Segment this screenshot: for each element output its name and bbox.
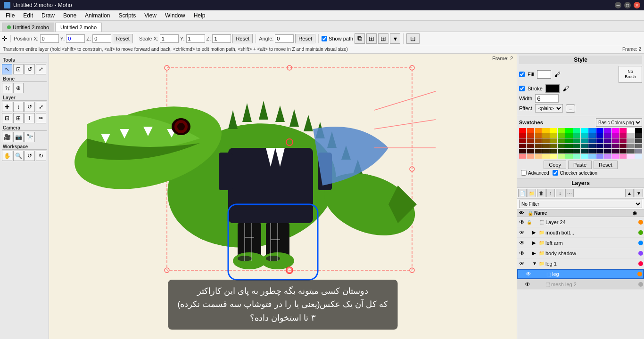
showpath-checkbox[interactable]: [322, 36, 327, 41]
color-cell-12[interactable]: [612, 128, 619, 133]
lock-icon-leg[interactable]: [532, 271, 539, 277]
color-cell-22[interactable]: [565, 133, 572, 138]
color-cell-95[interactable]: [635, 154, 642, 159]
color-cell-21[interactable]: [558, 133, 565, 138]
width-input[interactable]: [535, 94, 559, 103]
layer-down-button[interactable]: ↓: [556, 189, 564, 197]
color-cell-20[interactable]: [550, 133, 557, 138]
expand-bodyshadow[interactable]: ▶: [532, 250, 538, 256]
color-cell-36[interactable]: [550, 138, 557, 143]
color-cell-30[interactable]: [627, 133, 634, 138]
color-cell-80[interactable]: [519, 154, 526, 159]
color-cell-25[interactable]: [588, 133, 595, 138]
color-cell-42[interactable]: [596, 138, 603, 143]
z-input[interactable]: [92, 34, 111, 43]
paste-icon-button[interactable]: ⊞: [366, 33, 377, 44]
menu-animation[interactable]: Animation: [81, 11, 114, 20]
eye-icon-leg[interactable]: 👁: [525, 270, 532, 278]
color-cell-65[interactable]: [527, 149, 534, 153]
layer-scroll-up[interactable]: ▲: [625, 189, 634, 197]
color-cell-15[interactable]: [635, 128, 642, 133]
color-cell-88[interactable]: [581, 154, 588, 159]
color-cell-16[interactable]: [519, 133, 526, 138]
layer-move-tool[interactable]: ↕: [13, 102, 24, 112]
layer-delete-button[interactable]: 🗑: [537, 189, 545, 197]
color-cell-26[interactable]: [596, 133, 603, 138]
lock-icon-leftarm[interactable]: [526, 240, 532, 246]
color-cell-94[interactable]: [627, 154, 634, 159]
effect-select[interactable]: <plain>: [535, 104, 563, 113]
layer-row-bodyshadow[interactable]: 👁 ▶ 📁 body shadow: [517, 248, 644, 258]
redo-tool[interactable]: ↻: [36, 151, 46, 161]
menu-view[interactable]: View: [140, 11, 160, 20]
pan-tool[interactable]: ✋: [2, 151, 12, 161]
color-cell-33[interactable]: [527, 138, 534, 143]
color-cell-61[interactable]: [619, 144, 627, 148]
effect-more-button[interactable]: ...: [566, 105, 575, 113]
color-cell-51[interactable]: [542, 144, 549, 148]
color-cell-2[interactable]: [535, 128, 542, 133]
sx-input[interactable]: [160, 34, 179, 43]
color-cell-73[interactable]: [588, 149, 595, 153]
expand-leftarm[interactable]: ▶: [532, 240, 538, 245]
reset2-button[interactable]: Reset: [232, 34, 253, 43]
menu-edit[interactable]: Edit: [19, 11, 37, 20]
layer-new-button[interactable]: 📄: [518, 189, 527, 197]
color-cell-35[interactable]: [542, 138, 549, 143]
menu-scripts[interactable]: Scripts: [115, 11, 140, 20]
color-cell-75[interactable]: [604, 149, 611, 153]
layer-row-leg1[interactable]: 👁 ▼ 📁 leg 1: [517, 258, 644, 269]
color-cell-28[interactable]: [612, 133, 619, 138]
color-cell-40[interactable]: [581, 138, 588, 143]
lock-icon-layer24[interactable]: 🔒: [526, 219, 532, 226]
color-cell-78[interactable]: [627, 149, 634, 153]
color-cell-72[interactable]: [581, 149, 588, 153]
color-cell-34[interactable]: [535, 138, 542, 143]
menu-draw[interactable]: Draw: [38, 11, 58, 20]
layer-row-leftarm[interactable]: 👁 ▶ 📁 left arm: [517, 238, 644, 248]
layer-row-layer24[interactable]: 👁 🔒 ⬚ Layer 24: [517, 217, 644, 227]
color-cell-71[interactable]: [573, 149, 580, 153]
color-cell-27[interactable]: [604, 133, 611, 138]
color-cell-91[interactable]: [604, 154, 611, 159]
menu-file[interactable]: File: [2, 11, 18, 20]
color-cell-47[interactable]: [635, 138, 642, 143]
color-cell-5[interactable]: [558, 128, 565, 133]
color-cell-93[interactable]: [619, 154, 627, 159]
color-cell-82[interactable]: [535, 154, 542, 159]
stroke-color-box[interactable]: [545, 84, 560, 93]
color-cell-32[interactable]: [519, 138, 526, 143]
layout-button[interactable]: ⊡: [406, 33, 420, 44]
sz-input[interactable]: [212, 34, 231, 43]
color-cell-9[interactable]: [588, 128, 595, 133]
color-cell-54[interactable]: [565, 144, 572, 148]
color-cell-8[interactable]: [581, 128, 588, 133]
expand-leg1[interactable]: ▼: [532, 261, 538, 266]
copy-icon-button[interactable]: ⧉: [355, 33, 365, 44]
layer-row-meshleg2[interactable]: 👁 ⬚ mesh leg 2: [517, 279, 644, 290]
dropdown-button[interactable]: ▾: [390, 33, 400, 44]
color-cell-53[interactable]: [558, 144, 565, 148]
undo-tool[interactable]: ↺: [25, 151, 35, 161]
color-cell-55[interactable]: [573, 144, 580, 148]
color-cell-4[interactable]: [550, 128, 557, 133]
color-cell-90[interactable]: [596, 154, 603, 159]
color-cell-86[interactable]: [565, 154, 572, 159]
layer-row-mouthbott[interactable]: 👁 ▶ 📁 mouth bott...: [517, 227, 644, 238]
color-cell-10[interactable]: [596, 128, 603, 133]
layer-folder-button[interactable]: 📁: [528, 189, 536, 197]
eye-icon-meshleg2[interactable]: 👁: [524, 281, 531, 288]
menu-window[interactable]: Window: [161, 11, 189, 20]
no-brush-button[interactable]: NoBrush: [619, 66, 642, 83]
color-cell-31[interactable]: [635, 133, 642, 138]
expand-mouthbott[interactable]: ▶: [532, 230, 538, 235]
fill-checkbox[interactable]: [519, 72, 525, 77]
color-cell-74[interactable]: [596, 149, 603, 153]
color-cell-11[interactable]: [604, 128, 611, 133]
layer-text-tool[interactable]: T: [25, 113, 35, 123]
color-cell-79[interactable]: [635, 149, 642, 153]
color-cell-70[interactable]: [565, 149, 572, 153]
color-cell-17[interactable]: [527, 133, 534, 138]
color-cell-77[interactable]: [619, 149, 627, 153]
fill-color-box[interactable]: [537, 70, 551, 79]
